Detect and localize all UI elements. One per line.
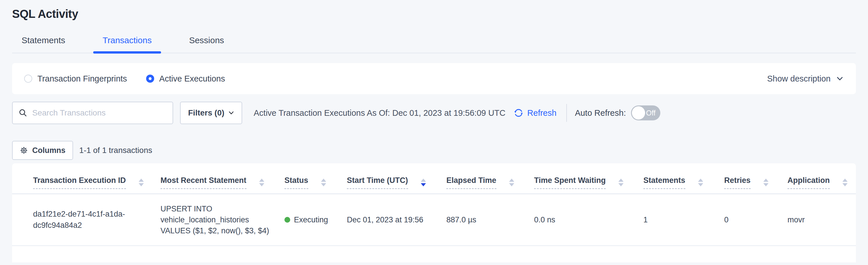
tab-sessions[interactable]: Sessions xyxy=(180,35,234,53)
cell-start-time: Dec 01, 2023 at 19:56 xyxy=(326,215,425,224)
cell-transaction-execution-id[interactable]: da1f21e2-de71-4c1f-a1da-dc9fc94a84a2 xyxy=(12,209,140,231)
column-header-retries[interactable]: Retries xyxy=(703,176,767,193)
tab-statements[interactable]: Statements xyxy=(12,35,75,53)
result-count: 1-1 of 1 transactions xyxy=(80,146,152,155)
search-box[interactable] xyxy=(12,102,173,124)
sort-icon[interactable] xyxy=(321,179,326,186)
column-header-status[interactable]: Status xyxy=(264,176,326,193)
toggle-knob xyxy=(632,106,645,120)
column-header-statements[interactable]: Statements xyxy=(622,176,703,193)
cell-statements: 1 xyxy=(622,215,703,224)
as-of-text: Active Transaction Executions As Of: Dec… xyxy=(254,108,505,118)
refresh-button[interactable]: Refresh xyxy=(514,108,557,118)
page-title: SQL Activity xyxy=(12,0,856,21)
tab-sessions-label: Sessions xyxy=(189,35,224,45)
auto-refresh-label: Auto Refresh: xyxy=(575,108,626,118)
column-header-label[interactable]: Elapsed Time xyxy=(446,176,496,189)
chevron-down-icon xyxy=(228,110,234,116)
cell-application: movr xyxy=(767,215,856,224)
gear-icon xyxy=(20,146,28,155)
column-header-most-recent-statement[interactable]: Most Recent Statement xyxy=(140,176,264,193)
cell-most-recent-statement: UPSERT INTO vehicle_location_histories V… xyxy=(140,203,264,237)
search-input[interactable] xyxy=(32,108,167,117)
column-header-label[interactable]: Status xyxy=(284,176,308,189)
show-description-label: Show description xyxy=(767,74,831,83)
column-header-label[interactable]: Time Spent Waiting xyxy=(534,176,606,189)
columns-button[interactable]: Columns xyxy=(12,141,73,160)
status-label: Executing xyxy=(294,215,328,224)
show-description-button[interactable]: Show description xyxy=(767,74,844,83)
column-header-label[interactable]: Start Time (UTC) xyxy=(347,176,408,189)
radio-active-executions[interactable]: Active Executions xyxy=(146,74,225,83)
auto-refresh-toggle[interactable]: Off xyxy=(631,105,660,121)
tab-transactions-label: Transactions xyxy=(103,35,152,45)
sql-activity-page: SQL Activity Statements Transactions Ses… xyxy=(0,0,868,262)
table-header-row: Transaction Execution ID Most Recent Sta… xyxy=(12,163,856,194)
sort-icon[interactable] xyxy=(421,179,426,186)
cell-retries: 0 xyxy=(703,215,767,224)
table-row[interactable]: da1f21e2-de71-4c1f-a1da-dc9fc94a84a2 UPS… xyxy=(12,194,856,246)
search-icon xyxy=(19,108,28,117)
filters-button-label: Filters (0) xyxy=(188,108,224,117)
toolbar-divider xyxy=(566,104,567,122)
view-mode-card: Transaction Fingerprints Active Executio… xyxy=(12,63,856,94)
tab-statements-label: Statements xyxy=(22,35,65,45)
column-header-time-spent-waiting[interactable]: Time Spent Waiting xyxy=(513,176,622,193)
table-controls-row: Columns 1-1 of 1 transactions xyxy=(12,141,856,160)
radio-button-icon[interactable] xyxy=(24,75,32,83)
column-header-elapsed-time[interactable]: Elapsed Time xyxy=(425,176,513,193)
toggle-state-label: Off xyxy=(646,109,655,117)
refresh-icon xyxy=(514,108,524,118)
tab-transactions[interactable]: Transactions xyxy=(93,35,161,53)
column-header-label[interactable]: Transaction Execution ID xyxy=(33,176,126,189)
cell-elapsed-time: 887.0 µs xyxy=(425,215,513,224)
cell-status: Executing xyxy=(264,215,326,224)
refresh-label: Refresh xyxy=(527,108,557,118)
radio-transaction-fingerprints-label: Transaction Fingerprints xyxy=(37,74,127,83)
column-header-transaction-execution-id[interactable]: Transaction Execution ID xyxy=(12,176,140,193)
tab-bar: Statements Transactions Sessions xyxy=(12,35,856,53)
status-executing-dot-icon xyxy=(284,217,290,223)
columns-button-label: Columns xyxy=(32,146,66,155)
transactions-table: Transaction Execution ID Most Recent Sta… xyxy=(12,163,856,262)
column-header-start-time[interactable]: Start Time (UTC) xyxy=(326,176,425,193)
cell-time-spent-waiting: 0.0 ns xyxy=(513,215,622,224)
filters-button[interactable]: Filters (0) xyxy=(180,102,242,124)
sort-icon[interactable] xyxy=(842,179,847,186)
column-header-label[interactable]: Retries xyxy=(724,176,751,189)
column-header-label[interactable]: Most Recent Statement xyxy=(160,176,246,189)
sort-icon[interactable] xyxy=(698,179,703,186)
column-header-application[interactable]: Application xyxy=(767,176,856,193)
column-header-label[interactable]: Statements xyxy=(643,176,685,189)
radio-transaction-fingerprints[interactable]: Transaction Fingerprints xyxy=(24,74,127,83)
chevron-down-icon xyxy=(836,75,844,83)
radio-button-icon[interactable] xyxy=(146,75,154,83)
column-header-label[interactable]: Application xyxy=(787,176,830,189)
radio-active-executions-label: Active Executions xyxy=(159,74,225,83)
toolbar: Filters (0) Active Transaction Execution… xyxy=(12,102,856,124)
